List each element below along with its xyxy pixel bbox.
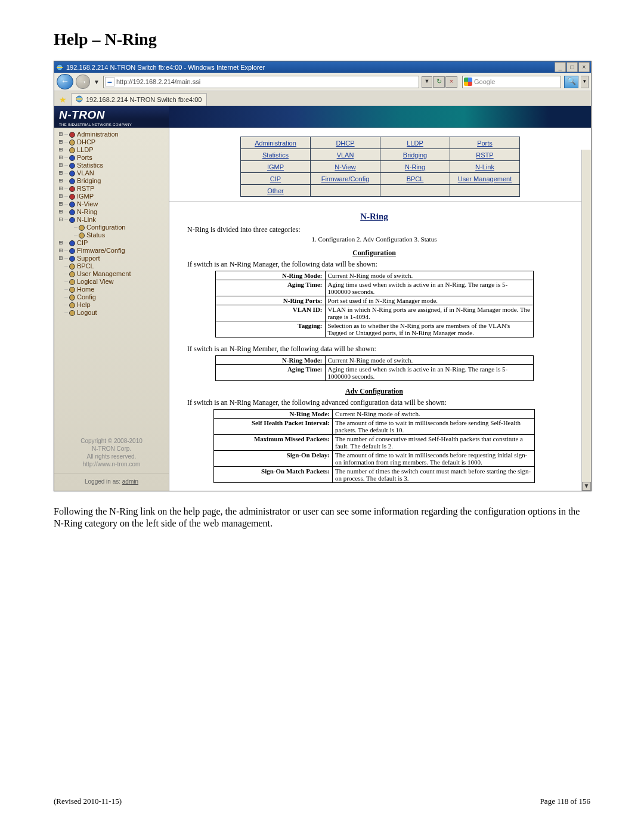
sidebar-item[interactable]: ⊞┄VLAN [58, 169, 166, 177]
help-category-cell[interactable]: DHCP [311, 137, 380, 149]
sidebar-item-label: RSTP [77, 185, 94, 193]
sidebar-item[interactable]: ⊞┄Ports [58, 154, 166, 162]
expand-icon[interactable]: ⊞ [58, 193, 64, 200]
address-dropdown-button[interactable]: ▼ [422, 76, 432, 88]
help-category-link[interactable]: VLAN [337, 151, 354, 159]
help-category-link[interactable]: Statistics [262, 151, 289, 159]
help-category-link[interactable]: CIP [270, 175, 281, 182]
vertical-scrollbar[interactable] [581, 150, 591, 491]
expand-icon[interactable]: ⊞ [58, 247, 64, 255]
tree-connector: ┄ [64, 138, 68, 146]
scroll-down-button[interactable]: ▼ [582, 482, 591, 491]
expand-icon[interactable]: ⊞ [58, 239, 64, 247]
help-category-cell[interactable]: Other [241, 185, 311, 197]
search-bar[interactable]: Google [462, 76, 561, 88]
cfg-mgr-note: If switch is an N-Ring Manager, the foll… [187, 260, 573, 269]
collapse-icon[interactable]: ⊟ [58, 216, 64, 224]
ie-icon [75, 95, 83, 104]
favorites-icon[interactable]: ★ [58, 95, 67, 104]
expand-icon[interactable]: ⊞ [58, 255, 64, 262]
sidebar-item[interactable]: ┄Configuration [58, 224, 166, 231]
sidebar-item[interactable]: ⊞┄RSTP [58, 185, 166, 193]
sidebar-item[interactable]: ⊟┄N-Link [58, 216, 166, 224]
help-category-link[interactable]: Firmware/Config [321, 175, 370, 182]
help-category-link[interactable]: DHCP [336, 140, 354, 147]
help-category-link[interactable]: User Management [458, 175, 512, 182]
field-description: VLAN in which N-Ring ports are assigned,… [325, 305, 533, 321]
sidebar-item[interactable]: ┄BPCL [58, 262, 166, 270]
search-button[interactable]: 🔍 [564, 76, 578, 88]
sidebar-item[interactable]: ┄Logout [58, 309, 166, 317]
help-category-cell[interactable]: RSTP [450, 149, 520, 161]
expand-icon[interactable]: ⊞ [58, 169, 64, 177]
expand-icon[interactable]: ⊞ [58, 177, 64, 185]
help-category-cell[interactable]: Bridging [380, 149, 450, 161]
address-bar[interactable]: http://192.168.2.214/main.ssi [103, 76, 419, 88]
help-category-cell[interactable]: CIP [241, 173, 311, 185]
help-category-link[interactable]: N-Ring [405, 163, 425, 171]
tree-connector: ┄ [64, 278, 68, 286]
sidebar-item[interactable]: ┄Config [58, 293, 166, 301]
history-dropdown-icon[interactable]: ▼ [92, 79, 101, 85]
sidebar-item[interactable]: ⊞┄Administration [58, 131, 166, 138]
help-category-link[interactable]: IGMP [267, 163, 284, 171]
sidebar-item[interactable]: ⊞┄LLDP [58, 146, 166, 154]
help-category-cell[interactable]: BPCL [380, 173, 450, 185]
expand-icon[interactable]: ⊞ [58, 185, 64, 193]
sidebar-item[interactable]: ┄User Management [58, 270, 166, 278]
back-button[interactable]: ← [57, 74, 73, 89]
expand-icon[interactable]: ⊞ [58, 208, 64, 216]
help-category-link[interactable]: LLDP [407, 140, 423, 147]
help-category-link[interactable]: N-View [335, 163, 355, 171]
sidebar-item[interactable]: ⊞┄CIP [58, 239, 166, 247]
sidebar-item[interactable]: ┄Logical View [58, 278, 166, 286]
minimize-button[interactable]: _ [555, 62, 566, 72]
sidebar-item[interactable]: ⊞┄N-Ring [58, 208, 166, 216]
forward-button[interactable]: → [76, 75, 90, 89]
field-description: Aging time used when switch is active in… [325, 365, 533, 381]
maximize-button[interactable]: □ [566, 62, 578, 72]
help-category-link[interactable]: N-Link [475, 163, 494, 171]
help-category-link[interactable]: Ports [477, 140, 493, 147]
help-category-cell[interactable]: N-View [311, 161, 380, 173]
sidebar-item[interactable]: ⊞┄Statistics [58, 162, 166, 169]
sidebar-item[interactable]: ┄Home [58, 286, 166, 293]
expand-icon[interactable]: ⊞ [58, 162, 64, 169]
help-category-cell[interactable]: User Management [450, 173, 520, 185]
help-category-cell[interactable]: N-Link [450, 161, 520, 173]
search-dropdown[interactable]: ▾ [581, 76, 589, 88]
help-category-cell[interactable]: Statistics [241, 149, 311, 161]
refresh-button[interactable]: ↻ [433, 76, 445, 88]
help-category-cell[interactable]: N-Ring [380, 161, 450, 173]
sidebar-item[interactable]: ⊞┄Firmware/Config [58, 247, 166, 255]
sidebar-item[interactable]: ⊞┄N-View [58, 200, 166, 208]
field-label: Maximum Missed Packets: [214, 435, 333, 451]
expand-icon[interactable]: ⊞ [58, 146, 64, 154]
expand-icon[interactable]: ⊞ [58, 138, 64, 146]
copyright-link[interactable]: http://www.n-tron.com [57, 460, 166, 468]
help-category-cell[interactable]: Ports [450, 137, 520, 149]
expand-icon[interactable]: ⊞ [58, 131, 64, 138]
sidebar-item[interactable]: ⊞┄Bridging [58, 177, 166, 185]
help-category-cell[interactable]: IGMP [241, 161, 311, 173]
sidebar-item[interactable]: ⊞┄Support [58, 255, 166, 262]
sidebar-item[interactable]: ⊞┄IGMP [58, 193, 166, 200]
help-category-link[interactable]: RSTP [476, 151, 493, 159]
help-category-cell[interactable]: VLAN [311, 149, 380, 161]
close-button[interactable]: × [578, 62, 590, 72]
sidebar-item[interactable]: ┄Help [58, 301, 166, 309]
sidebar-item[interactable]: ┄Status [58, 231, 166, 239]
expand-icon[interactable]: ⊞ [58, 200, 64, 208]
help-category-link[interactable]: Other [267, 187, 284, 194]
browser-tab[interactable]: 192.168.2.214 N-TRON Switch fb:e4:00 [71, 93, 207, 106]
help-category-cell[interactable]: LLDP [380, 137, 450, 149]
help-category-link[interactable]: BPCL [407, 175, 424, 182]
tree-connector: ┄ [64, 185, 68, 193]
help-category-cell[interactable]: Administration [241, 137, 311, 149]
help-category-link[interactable]: Administration [255, 140, 296, 147]
stop-button[interactable]: × [445, 76, 457, 88]
help-category-cell[interactable]: Firmware/Config [311, 173, 380, 185]
sidebar-item[interactable]: ⊞┄DHCP [58, 138, 166, 146]
help-category-link[interactable]: Bridging [403, 151, 427, 159]
expand-icon[interactable]: ⊞ [58, 154, 64, 162]
